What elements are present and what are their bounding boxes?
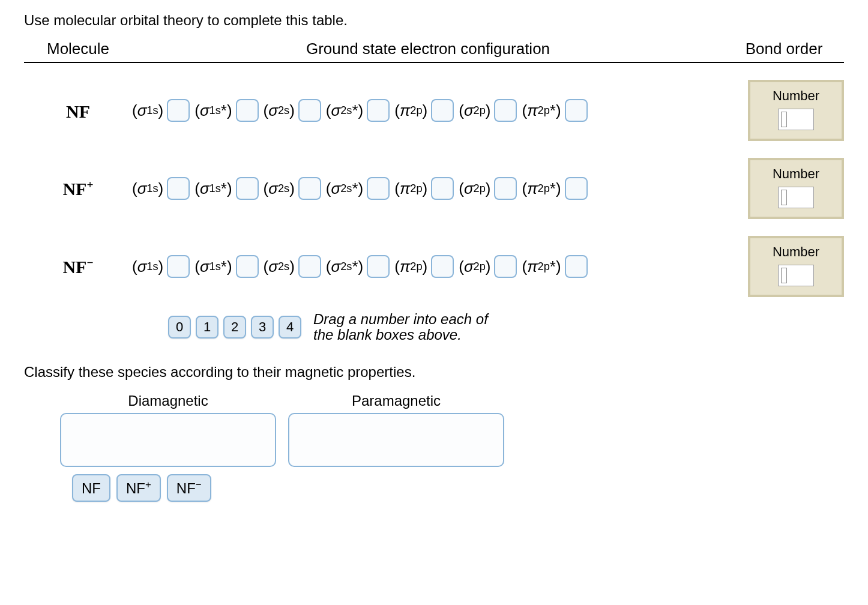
table-row: NF+ (σ1s) (σ1s*) (σ2s) (σ2s*) (π2p) (σ2p… — [24, 158, 844, 219]
bond-label: Number — [756, 88, 836, 104]
species-chip-nf[interactable]: NF — [72, 474, 110, 502]
classify-row: Diamagnetic Paramagnetic — [60, 393, 844, 467]
number-chip-1[interactable]: 1 — [196, 316, 219, 339]
paramagnetic-header: Paramagnetic — [288, 393, 504, 409]
blank-box[interactable] — [298, 177, 321, 200]
paramagnetic-dropzone[interactable] — [288, 413, 504, 467]
blank-box[interactable] — [167, 99, 190, 122]
blank-box[interactable] — [367, 177, 390, 200]
config-row-nfplus: (σ1s) (σ1s*) (σ2s) (σ2s*) (π2p) (σ2p) (π… — [132, 177, 736, 200]
config-row-nf: (σ1s) (σ1s*) (σ2s) (σ2s*) (π2p) (σ2p) (π… — [132, 99, 736, 122]
bond-order-box-nf: Number — [748, 80, 844, 141]
bond-label: Number — [756, 166, 836, 182]
blank-box[interactable] — [236, 177, 259, 200]
bond-order-box-nfminus: Number — [748, 236, 844, 297]
blank-box[interactable] — [367, 99, 390, 122]
number-bank: 0 1 2 3 4 Drag a number into each of the… — [24, 312, 844, 343]
number-chip-2[interactable]: 2 — [223, 316, 246, 339]
table-row: NF− (σ1s) (σ1s*) (σ2s) (σ2s*) (π2p) (σ2p… — [24, 236, 844, 297]
blank-box[interactable] — [431, 177, 454, 200]
table-header-row: Molecule Ground state electron configura… — [24, 40, 844, 63]
number-chip-4[interactable]: 4 — [279, 316, 301, 339]
blank-box[interactable] — [565, 177, 588, 200]
species-chip-nfminus[interactable]: NF− — [167, 474, 211, 502]
bond-order-input-nf[interactable] — [778, 109, 814, 130]
blank-box[interactable] — [565, 255, 588, 278]
bank-hint: Drag a number into each of the blank box… — [313, 312, 488, 343]
blank-box[interactable] — [494, 255, 517, 278]
diamagnetic-dropzone[interactable] — [60, 413, 276, 467]
table-row: NF (σ1s) (σ1s*) (σ2s) (σ2s*) (π2p) (σ2p)… — [24, 80, 844, 141]
blank-box[interactable] — [494, 99, 517, 122]
blank-box[interactable] — [167, 255, 190, 278]
molecule-label-nf: NF — [24, 100, 132, 122]
bond-order-box-nfplus: Number — [748, 158, 844, 219]
number-chip-3[interactable]: 3 — [251, 316, 274, 339]
header-bond: Bond order — [724, 40, 844, 58]
species-chip-nfplus[interactable]: NF+ — [116, 474, 161, 502]
bond-order-input-nfminus[interactable] — [778, 265, 814, 286]
species-bank: NF NF+ NF− — [72, 474, 844, 502]
blank-box[interactable] — [431, 255, 454, 278]
input-cursor-icon — [781, 112, 787, 127]
config-row-nfminus: (σ1s) (σ1s*) (σ2s) (σ2s*) (π2p) (σ2p) (π… — [132, 255, 736, 278]
bond-label: Number — [756, 244, 836, 260]
blank-box[interactable] — [236, 255, 259, 278]
header-molecule: Molecule — [24, 40, 132, 58]
number-chip-0[interactable]: 0 — [168, 316, 191, 339]
blank-box[interactable] — [565, 99, 588, 122]
blank-box[interactable] — [298, 255, 321, 278]
instruction-text: Use molecular orbital theory to complete… — [24, 12, 844, 29]
blank-box[interactable] — [236, 99, 259, 122]
blank-box[interactable] — [298, 99, 321, 122]
classify-instruction: Classify these species according to thei… — [24, 364, 844, 381]
input-cursor-icon — [781, 268, 787, 283]
blank-box[interactable] — [431, 99, 454, 122]
blank-box[interactable] — [367, 255, 390, 278]
molecule-label-nfplus: NF+ — [24, 178, 132, 199]
blank-box[interactable] — [494, 177, 517, 200]
molecule-label-nfminus: NF− — [24, 256, 132, 277]
bond-order-input-nfplus[interactable] — [778, 187, 814, 208]
input-cursor-icon — [781, 190, 787, 205]
blank-box[interactable] — [167, 177, 190, 200]
diamagnetic-header: Diamagnetic — [60, 393, 276, 409]
header-config: Ground state electron configuration — [132, 40, 724, 58]
